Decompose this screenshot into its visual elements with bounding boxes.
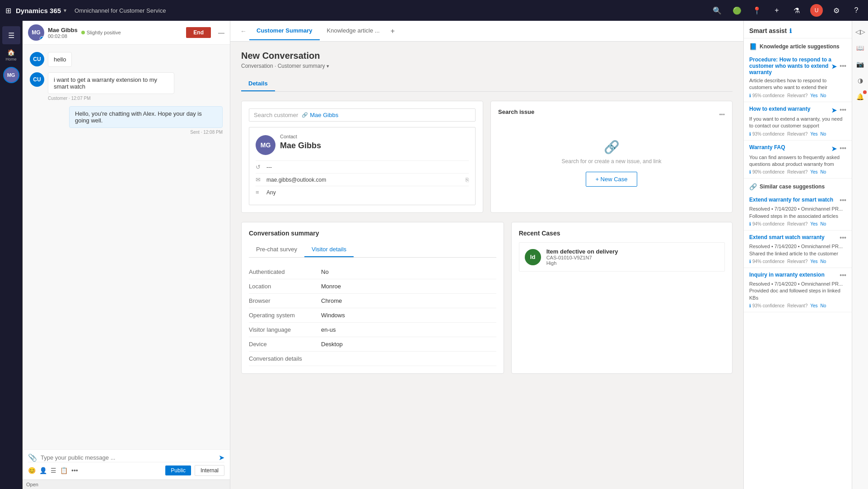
right-circle-icon[interactable]: ◑ xyxy=(854,74,867,87)
new-case-button[interactable]: + New Case xyxy=(586,172,637,187)
sa-case-confidence-1: ℹ 94% confidence xyxy=(749,259,784,264)
sa-case-item-1-title[interactable]: Extend smart watch warranty ••• xyxy=(749,234,846,241)
emoji-icon[interactable]: 😊 xyxy=(28,467,36,474)
case-no-button-1[interactable]: No xyxy=(821,259,826,264)
right-notification-icon[interactable]: 🔔 xyxy=(854,90,867,103)
contact-label: Contact xyxy=(280,134,321,139)
list-icon[interactable]: ☰ xyxy=(51,467,56,474)
sa-knowledge-item-0: Procedure: How to respond to a customer … xyxy=(744,53,852,102)
content-area: New Conversation Conversation · Customer… xyxy=(230,42,743,489)
search-icon[interactable]: 🔍 xyxy=(711,4,723,17)
link-icon: 🔗 xyxy=(604,140,620,155)
tab-knowledge-article[interactable]: Knowledge article ... xyxy=(320,22,387,40)
case-item-0[interactable]: Id Item defective on delivery CAS-01010-… xyxy=(519,242,725,272)
yes-button-2[interactable]: Yes xyxy=(810,169,817,174)
conf-value-0: 95% confidence xyxy=(752,93,784,98)
sa-case-desc-0: Resolved • 7/14/2020 • Omnichannel PR...… xyxy=(749,206,846,220)
sa-case-item-0-title[interactable]: Extend warranty for smart watch ••• xyxy=(749,197,846,204)
waffle-icon[interactable]: ⊞ xyxy=(5,6,11,15)
sa-knowledge-send-1[interactable]: ➤ xyxy=(831,107,837,114)
contact-card-inner: MG Contact Mae Gibbs ↺ --- ✉ m xyxy=(249,127,476,205)
chat-status-icon[interactable]: 🟢 xyxy=(731,4,743,17)
tab-visitor-details[interactable]: Visitor details xyxy=(304,242,354,257)
more-icon[interactable]: ••• xyxy=(71,467,78,474)
sidebar-contact-avatar: MG xyxy=(3,67,19,83)
tab-add-button[interactable]: + xyxy=(387,27,398,35)
sa-knowledge-item-2: Warranty FAQ ➤ ••• You can find answers … xyxy=(744,141,852,179)
sa-case-item-2-title[interactable]: Inquiry in warranty extension ••• xyxy=(749,272,846,279)
sa-knowledge-item-1: How to extend warranty ➤ ••• If you want… xyxy=(744,102,852,141)
sidebar-contact-item[interactable]: MG xyxy=(2,66,20,84)
open-label: Open xyxy=(23,480,230,489)
chat-input[interactable] xyxy=(41,454,215,461)
conv-timer: 00:02:08 xyxy=(48,33,78,39)
content-nav-back[interactable]: ← xyxy=(238,28,249,35)
sentiment-badge: Slightly positive xyxy=(81,30,121,35)
sa-knowledge-send-0[interactable]: ➤ xyxy=(831,63,837,70)
yes-button-0[interactable]: Yes xyxy=(810,93,817,98)
sa-knowledge-item-0-title[interactable]: Procedure: How to respond to a customer … xyxy=(749,56,846,75)
conf-icon-0: ℹ xyxy=(749,93,751,98)
sidebar-hamburger[interactable]: ☰ xyxy=(2,26,20,44)
sa-knowledge-desc-0: Article describes how to respond to cust… xyxy=(749,77,846,91)
no-button-2[interactable]: No xyxy=(821,169,826,174)
internal-button[interactable]: Internal xyxy=(195,465,224,476)
help-icon[interactable]: ? xyxy=(850,4,863,17)
sidebar-home[interactable]: 🏠 Home xyxy=(2,46,20,64)
sa-info-icon[interactable]: ℹ xyxy=(789,28,792,34)
sa-case-more-0[interactable]: ••• xyxy=(840,197,846,204)
sa-knowledge-more-0[interactable]: ••• xyxy=(840,62,846,70)
relevant-label-1: Relevant? xyxy=(787,132,807,136)
summary-value-4: en-us xyxy=(321,326,336,333)
summary-label-1: Location xyxy=(249,283,321,290)
sa-knowledge-more-2[interactable]: ••• xyxy=(840,145,846,152)
sa-knowledge-send-2[interactable]: ➤ xyxy=(831,145,837,152)
top-nav-right: 🔍 🟢 📍 + ⚗ U ⚙ ? xyxy=(711,4,863,17)
customer-link[interactable]: 🔗 Mae Gibbs xyxy=(302,112,338,118)
tab-pre-chat[interactable]: Pre-chat survey xyxy=(249,242,304,257)
minimize-icon[interactable]: — xyxy=(218,29,224,36)
copy-icon[interactable]: ⎘ xyxy=(466,177,469,183)
case-no-button-2[interactable]: No xyxy=(821,303,826,308)
case-yes-button-1[interactable]: Yes xyxy=(810,259,817,264)
note-icon[interactable]: 📋 xyxy=(60,467,68,474)
summary-label-0: Authenticated xyxy=(249,268,321,275)
location-icon[interactable]: 📍 xyxy=(751,4,763,17)
case-yes-button-2[interactable]: Yes xyxy=(810,303,817,308)
no-button-1[interactable]: No xyxy=(821,132,826,136)
tab-customer-summary[interactable]: Customer Summary xyxy=(249,22,320,40)
right-collapse-icon[interactable]: ◁▷ xyxy=(854,25,867,38)
conf-value-2: 90% confidence xyxy=(752,169,784,174)
attachment-icon[interactable]: 📎 xyxy=(28,453,37,462)
summary-row-3: Operating system Windows xyxy=(249,308,496,323)
relevant-label-0: Relevant? xyxy=(787,93,807,98)
refresh-icon: ↺ xyxy=(256,164,263,170)
person-icon[interactable]: 👤 xyxy=(39,467,47,474)
user-avatar[interactable]: U xyxy=(810,4,823,17)
issue-more-icon[interactable]: ••• xyxy=(719,112,725,118)
case-yes-button-0[interactable]: Yes xyxy=(810,221,817,226)
right-book-icon[interactable]: 📖 xyxy=(854,42,867,54)
message-2-wrapper: i want to get a warranty extension to my… xyxy=(48,72,174,101)
end-conversation-button[interactable]: End xyxy=(186,27,211,38)
public-button[interactable]: Public xyxy=(165,465,191,475)
sa-knowledge-item-1-title[interactable]: How to extend warranty ➤ ••• xyxy=(749,106,846,114)
send-icon[interactable]: ➤ xyxy=(219,453,224,462)
contact-field3: Any xyxy=(266,189,276,196)
contact-info-email: ✉ mae.gibbs@outlook.com ⎘ xyxy=(256,173,469,186)
sa-knowledge-more-1[interactable]: ••• xyxy=(840,106,846,113)
yes-button-1[interactable]: Yes xyxy=(810,132,817,136)
case-title-0: Item defective on delivery xyxy=(546,248,618,255)
add-icon[interactable]: + xyxy=(770,4,783,17)
section-tab-details[interactable]: Details xyxy=(241,76,275,91)
filter-icon[interactable]: ⚗ xyxy=(790,4,803,17)
right-camera-icon[interactable]: 📷 xyxy=(854,58,867,71)
sa-case-more-2[interactable]: ••• xyxy=(840,272,846,279)
sa-case-more-1[interactable]: ••• xyxy=(840,234,846,241)
case-no-button-0[interactable]: No xyxy=(821,221,826,226)
app-chevron[interactable]: ▾ xyxy=(64,8,66,14)
message-1: hello xyxy=(48,52,72,67)
no-button-0[interactable]: No xyxy=(821,93,826,98)
settings-icon[interactable]: ⚙ xyxy=(830,4,843,17)
sa-knowledge-item-2-title[interactable]: Warranty FAQ ➤ ••• xyxy=(749,144,846,152)
